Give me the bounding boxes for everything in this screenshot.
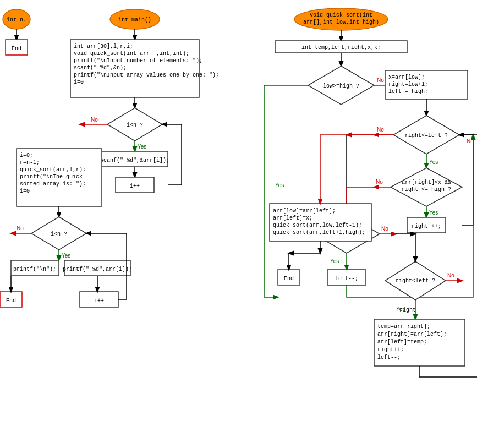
arrow-rightpp-back xyxy=(459,135,473,225)
swap-t4: right++; xyxy=(377,347,404,353)
ipp2-text: i++ xyxy=(94,298,104,304)
ipp1-text: i++ xyxy=(130,183,140,189)
start-label-main: int main() xyxy=(118,17,151,23)
qs-vars-text: int temp,left,right,x,k; xyxy=(301,45,381,51)
label-rightx-yes: Yes xyxy=(429,210,438,216)
label-rightleft-no: No xyxy=(377,127,384,133)
arr-swap-t2: arr[left]=x; xyxy=(273,215,312,221)
start-label-qs-2: arr[],int low,int high) xyxy=(303,19,379,25)
end-label-bottom-left: End xyxy=(6,298,16,304)
end-label-left-top: End xyxy=(12,46,21,52)
label-loop1-no: No xyxy=(91,117,98,123)
qs-body-t2: right=low+1; xyxy=(388,81,428,88)
swap-t3: arr[left]=temp; xyxy=(377,339,427,345)
label-rightx-no: No xyxy=(376,179,383,185)
diamond-rightleft-text: right<=left ? xyxy=(405,133,448,139)
after-input-t1: i=0; xyxy=(20,152,33,159)
end-qs-text: End xyxy=(284,276,294,282)
diamond-rightx-t2: right <= high ? xyxy=(402,187,451,193)
start-label-qs-1: void quick_sort(int xyxy=(310,12,372,18)
main-body-text-5: printf("\nInput array values one by one:… xyxy=(74,72,219,78)
main-body-text-6: i=0 xyxy=(74,79,84,85)
after-input-t6: i=0 xyxy=(20,188,30,194)
arrow-lowhigh-yes xyxy=(264,85,308,297)
label-rightpp-no: No xyxy=(467,138,474,144)
arrow-rightleft-no-arrswap xyxy=(320,135,393,204)
rightpp-text: right ++; xyxy=(412,223,441,230)
label-leftx-yes: Yes xyxy=(330,258,339,264)
after-input-t3: quick_sort(arr,l,r); xyxy=(20,167,86,173)
swap-t5: left--; xyxy=(377,354,401,360)
label-rightleft2-no: No xyxy=(447,272,454,278)
label-rightleft-yes: Yes xyxy=(429,159,438,165)
diamond-loop1-text: i<n ? xyxy=(127,122,143,128)
printf-arr-text: printf(" %d",arr[i]); xyxy=(63,266,132,272)
diamond-rightx-t1: arr[right]<x && xyxy=(402,179,451,185)
qs-body-t1: x=arr[low]; xyxy=(388,74,425,80)
after-input-t5: sorted array is: "); xyxy=(20,181,86,187)
label-right-detected: right xyxy=(399,307,416,313)
after-input-t4: printf("\nThe quick xyxy=(20,174,83,180)
label-lowhigh-no: No xyxy=(377,77,384,83)
leftmm-text: left--; xyxy=(335,276,358,282)
arr-swap-t1: arr[low]=arr[left]; xyxy=(273,208,336,214)
main-body-text-4: scanf(" %d",&n); xyxy=(74,65,127,71)
qs-body-t3: left = high; xyxy=(388,89,428,95)
start-label-n: int n. xyxy=(7,17,26,23)
arr-swap-t3: quick_sort(arr,low,left-1); xyxy=(273,222,362,228)
label-loop2-no: No xyxy=(17,225,24,231)
diamond-rightleft2-text: right<left ? xyxy=(396,278,435,284)
label-leftx-no: No xyxy=(381,226,388,232)
label-loop2-yes: Yes xyxy=(62,253,70,259)
after-input-t2: r=n-1; xyxy=(20,160,40,166)
diamond-loop2-text: i<n ? xyxy=(51,231,67,237)
swap-t2: arr[right]=arr[left]; xyxy=(377,331,447,337)
main-body-text-3: printf("\nInput number of elements: "); xyxy=(74,58,202,64)
label-loop1-yes: Yes xyxy=(138,144,146,150)
arr-swap-t4: quick_sort(arr,left+1,high); xyxy=(273,230,365,236)
scanf-text: scanf(" %d",&arr[i]); xyxy=(100,157,169,163)
main-body-text-1: int arr[30],l,r,i; xyxy=(74,43,133,50)
printf-n-text: printf("\n"); xyxy=(13,266,56,272)
main-body-text-2: void quick_sort(int arr[],int,int); xyxy=(74,51,189,57)
label-lowhigh-yes: Yes xyxy=(275,182,284,188)
swap-t1: temp=arr[right]; xyxy=(377,324,430,330)
diamond-lowhigh-text: low>=high ? xyxy=(323,83,359,89)
